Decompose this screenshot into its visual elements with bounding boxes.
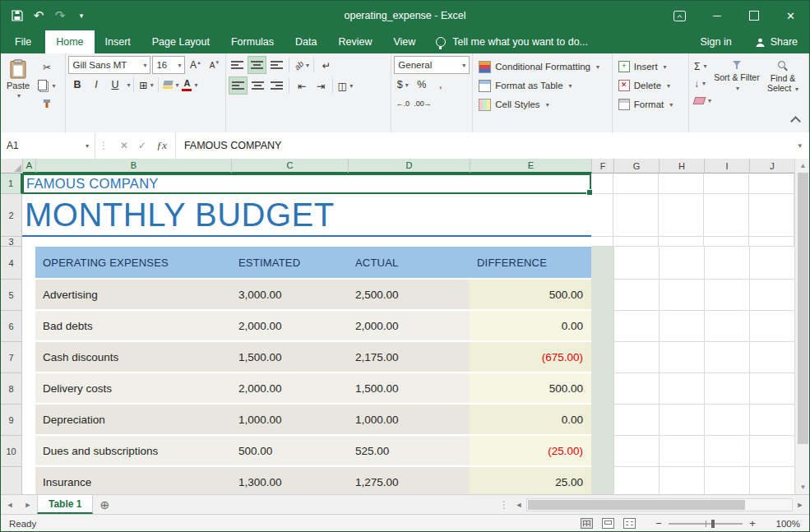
sheet-nav-left[interactable]: ◄ bbox=[1, 495, 19, 514]
scroll-right-arrow[interactable]: ► bbox=[793, 501, 808, 509]
grid-cells[interactable] bbox=[614, 280, 795, 311]
row-header-1[interactable]: 1 bbox=[1, 173, 22, 194]
zoom-out-button[interactable]: − bbox=[652, 517, 665, 530]
align-right-button[interactable] bbox=[268, 77, 285, 94]
grid-cells[interactable] bbox=[614, 467, 795, 494]
collapse-ribbon-button[interactable] bbox=[792, 116, 799, 127]
align-center-button[interactable] bbox=[249, 77, 266, 94]
actual-cell[interactable]: 1,000.00 bbox=[348, 405, 470, 436]
page-layout-view-button[interactable] bbox=[602, 518, 614, 529]
grid-cell[interactable] bbox=[22, 467, 35, 494]
sheet-nav-right[interactable]: ► bbox=[19, 495, 37, 514]
name-box[interactable]: A1 ▾ bbox=[1, 132, 95, 159]
grid-cell[interactable] bbox=[22, 373, 35, 405]
row-header-8[interactable]: 8 bbox=[1, 373, 22, 405]
grid-cell[interactable] bbox=[591, 237, 613, 247]
name-box-dropdown[interactable]: ▾ bbox=[86, 142, 89, 150]
row-header-2[interactable]: 2 bbox=[1, 194, 22, 237]
grid-cell[interactable] bbox=[591, 436, 614, 467]
maximize-button[interactable] bbox=[735, 1, 772, 30]
actual-cell[interactable]: 1,500.00 bbox=[348, 373, 470, 405]
grid-cell[interactable] bbox=[22, 342, 35, 373]
italic-button[interactable]: I bbox=[87, 76, 104, 93]
actual-cell[interactable]: 2,500.00 bbox=[348, 280, 470, 311]
underline-button[interactable]: U bbox=[106, 76, 123, 93]
difference-cell[interactable]: 500.00 bbox=[470, 373, 591, 405]
actual-cell[interactable]: 525.00 bbox=[348, 436, 470, 467]
table-header-operating-expenses[interactable]: OPERATING EXPENSES bbox=[35, 247, 231, 280]
number-format-select[interactable]: General ▾ bbox=[394, 56, 470, 74]
formula-bar-splitter[interactable]: ⋮ bbox=[95, 140, 112, 151]
decrease-decimal-button[interactable]: .00→ bbox=[413, 95, 433, 112]
row-header-7[interactable]: 7 bbox=[1, 342, 22, 373]
scroll-up-arrow[interactable]: ▲ bbox=[795, 159, 810, 173]
grid-cell[interactable] bbox=[591, 467, 614, 494]
difference-cell[interactable]: 0.00 bbox=[470, 405, 591, 436]
column-header-f[interactable]: F bbox=[592, 159, 614, 173]
ribbon-display-options-button[interactable] bbox=[661, 1, 698, 30]
zoom-slider[interactable] bbox=[669, 523, 743, 525]
align-left-button[interactable] bbox=[229, 76, 248, 95]
format-as-table-button[interactable]: Format as Table ▾ bbox=[475, 77, 609, 94]
column-header-e[interactable]: E bbox=[470, 159, 592, 173]
table-header-difference[interactable]: DIFFERENCE bbox=[470, 247, 591, 280]
bold-button[interactable]: B bbox=[68, 76, 86, 93]
conditional-formatting-button[interactable]: Conditional Formatting ▾ bbox=[475, 58, 609, 75]
format-cells-button[interactable]: Format ▾ bbox=[615, 96, 686, 113]
font-size-select[interactable]: 16 ▾ bbox=[152, 56, 185, 74]
copy-button[interactable]: ▾ bbox=[37, 78, 57, 93]
minimize-button[interactable] bbox=[698, 1, 735, 30]
redo-button[interactable]: ↷ bbox=[50, 5, 70, 26]
column-header-a[interactable]: A bbox=[23, 159, 36, 173]
scroll-left-arrow[interactable]: ◄ bbox=[511, 501, 526, 509]
table-header-actual[interactable]: ACTUAL bbox=[348, 247, 470, 280]
horizontal-scrollbar[interactable]: ⋮ ◄ ► bbox=[497, 495, 809, 514]
grid-cells[interactable] bbox=[613, 237, 794, 247]
expand-formula-bar-button[interactable]: ▾ bbox=[798, 141, 809, 150]
grid-cells[interactable] bbox=[614, 436, 795, 467]
page-break-view-button[interactable] bbox=[623, 518, 636, 529]
scroll-down-arrow[interactable]: ▼ bbox=[795, 480, 810, 494]
budget-title-cell[interactable]: MONTHLY BUDGET bbox=[22, 194, 591, 237]
grid-cell[interactable] bbox=[591, 173, 613, 194]
tab-formulas[interactable]: Formulas bbox=[220, 30, 285, 53]
autosum-button[interactable]: Σ▾ bbox=[692, 58, 714, 74]
decrease-font-size-button[interactable] bbox=[206, 57, 223, 73]
grid-cells[interactable] bbox=[614, 247, 795, 280]
grid-cell[interactable] bbox=[22, 280, 35, 311]
grid-cells[interactable] bbox=[614, 311, 795, 342]
fill-button[interactable]: ↓▾ bbox=[692, 76, 714, 91]
delete-cells-button[interactable]: ✕ Delete ▾ bbox=[615, 77, 686, 94]
zoom-slider-thumb[interactable] bbox=[711, 520, 715, 528]
column-header-g[interactable]: G bbox=[614, 159, 660, 173]
difference-cell[interactable]: 500.00 bbox=[470, 280, 591, 311]
middle-align-button[interactable] bbox=[248, 56, 266, 74]
actual-cell[interactable]: 2,175.00 bbox=[348, 342, 470, 373]
wrap-text-button[interactable]: ↵ bbox=[317, 57, 335, 73]
estimated-cell[interactable]: 1,300.00 bbox=[231, 467, 348, 494]
save-button[interactable] bbox=[7, 5, 27, 26]
row-header-10[interactable]: 10 bbox=[1, 436, 22, 467]
grid-cell[interactable] bbox=[591, 373, 614, 405]
formula-bar-content[interactable]: FAMOUS COMPANY bbox=[176, 140, 798, 151]
tab-page-layout[interactable]: Page Layout bbox=[141, 30, 220, 53]
grid-cells[interactable] bbox=[613, 173, 794, 194]
font-color-button[interactable]: A▾ bbox=[181, 76, 198, 93]
close-button[interactable]: ✕ bbox=[772, 1, 809, 30]
undo-button[interactable]: ↶ bbox=[29, 5, 49, 26]
grid-cell[interactable] bbox=[591, 280, 614, 311]
expense-name-cell[interactable]: Depreciation bbox=[35, 405, 231, 436]
borders-button[interactable]: ⊞▾ bbox=[137, 76, 155, 93]
difference-cell[interactable]: 25.00 bbox=[470, 467, 591, 494]
column-header-c[interactable]: C bbox=[232, 159, 349, 173]
grid-cell[interactable] bbox=[22, 247, 35, 280]
underline-dropdown[interactable]: ▾ bbox=[127, 81, 130, 89]
row-header-11[interactable] bbox=[1, 467, 22, 494]
tab-data[interactable]: Data bbox=[285, 30, 327, 53]
expense-name-cell[interactable]: Bad debts bbox=[35, 311, 231, 342]
estimated-cell[interactable]: 1,000.00 bbox=[231, 405, 348, 436]
grid-cell[interactable] bbox=[591, 342, 614, 373]
row-header-9[interactable]: 9 bbox=[1, 405, 22, 436]
estimated-cell[interactable]: 1,500.00 bbox=[231, 342, 348, 373]
row-header-5[interactable]: 5 bbox=[1, 280, 22, 311]
